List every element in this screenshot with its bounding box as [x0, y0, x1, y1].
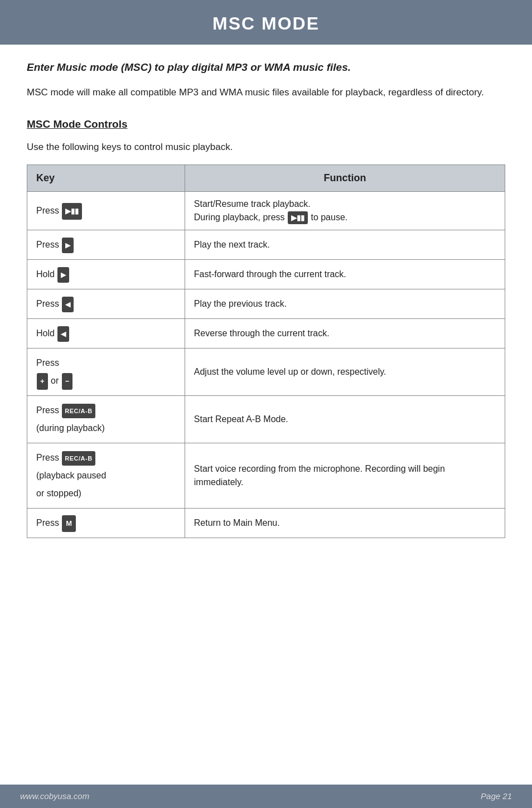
- col-header-key: Key: [27, 164, 185, 191]
- function-cell: Play the previous track.: [185, 289, 505, 319]
- function-cell: Start/Resume track playback. During play…: [185, 191, 505, 230]
- table-row: Press + or − Adjust the volume level up …: [27, 349, 505, 396]
- table-row: Press ▶ Play the next track.: [27, 230, 505, 260]
- hold-prev-icon: ◀: [57, 326, 69, 342]
- function-cell: Start voice recording from the microphon…: [185, 443, 505, 509]
- key-cell: Press ◀: [27, 289, 185, 319]
- key-cell: Hold ▶: [27, 260, 185, 289]
- key-cell: Press + or −: [27, 349, 185, 396]
- function-cell: Play the next track.: [185, 230, 505, 260]
- play-pause-button-icon: ▶▮▮: [62, 203, 82, 220]
- function-cell: Reverse through the current track.: [185, 319, 505, 349]
- intro-bold: Enter Music mode (MSC) to play digital M…: [27, 60, 505, 75]
- intro-body: MSC mode will make all compatible MP3 an…: [27, 85, 505, 100]
- menu-button-icon: M: [62, 515, 76, 532]
- hold-next-icon: ▶: [57, 267, 69, 283]
- controls-intro: Use the following keys to control music …: [27, 140, 505, 154]
- table-row: Hold ▶ Fast-forward through the current …: [27, 260, 505, 289]
- table-row: Press REC/A-B (during playback) Start Re…: [27, 396, 505, 443]
- page-footer: www.cobyusa.com Page 21: [0, 785, 532, 809]
- col-header-function: Function: [185, 164, 505, 191]
- section-title: MSC Mode Controls: [27, 117, 505, 133]
- footer-website: www.cobyusa.com: [20, 790, 89, 803]
- table-row: Press ▶▮▮ Start/Resume track playback. D…: [27, 191, 505, 230]
- key-cell: Press ▶: [27, 230, 185, 260]
- key-cell: Press ▶▮▮: [27, 191, 185, 230]
- controls-table: Key Function Press ▶▮▮ Start/Resume trac…: [27, 164, 505, 539]
- function-cell: Return to Main Menu.: [185, 509, 505, 538]
- rec-ab-stopped-icon: REC/A-B: [62, 451, 95, 466]
- page-header: MSC MODE: [0, 0, 532, 45]
- volume-down-icon: −: [62, 373, 73, 390]
- next-track-icon: ▶: [62, 238, 74, 253]
- play-pause-inline-icon: ▶▮▮: [288, 211, 308, 225]
- rec-ab-during-icon: REC/A-B: [62, 404, 95, 418]
- table-row: Press ◀ Play the previous track.: [27, 289, 505, 319]
- function-cell: Fast-forward through the current track.: [185, 260, 505, 289]
- key-cell: Press REC/A-B (playback paused or stoppe…: [27, 443, 185, 509]
- page-title: MSC MODE: [0, 10, 532, 37]
- function-cell: Adjust the volume level up or down, resp…: [185, 349, 505, 396]
- table-row: Press M Return to Main Menu.: [27, 509, 505, 538]
- table-row: Press REC/A-B (playback paused or stoppe…: [27, 443, 505, 509]
- key-cell: Press REC/A-B (during playback): [27, 396, 185, 443]
- table-row: Hold ◀ Reverse through the current track…: [27, 319, 505, 349]
- function-cell: Start Repeat A-B Mode.: [185, 396, 505, 443]
- volume-up-icon: +: [37, 373, 48, 390]
- key-cell: Hold ◀: [27, 319, 185, 349]
- key-cell: Press M: [27, 509, 185, 538]
- footer-page: Page 21: [481, 790, 512, 803]
- prev-track-icon: ◀: [62, 297, 74, 312]
